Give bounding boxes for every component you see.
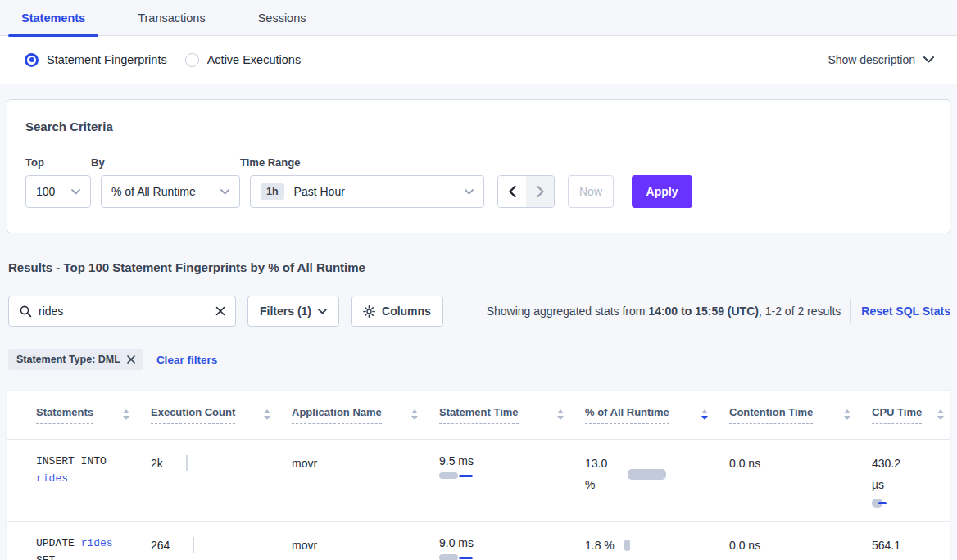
reset-sql-stats-link[interactable]: Reset SQL Stats bbox=[861, 305, 950, 318]
sort-icon bbox=[256, 409, 270, 420]
execution-count-bar bbox=[193, 537, 194, 553]
chevron-down-icon bbox=[220, 189, 229, 195]
clear-filters-link[interactable]: Clear filters bbox=[156, 354, 217, 366]
column-header-pct-of-all-runtime[interactable]: % of All Runtime bbox=[585, 406, 729, 424]
pct-runtime-bar bbox=[624, 540, 630, 551]
chevron-down-icon bbox=[923, 56, 934, 63]
time-range-label: Time Range bbox=[240, 156, 484, 169]
search-criteria-title: Search Criteria bbox=[25, 120, 932, 133]
statement-time-bar-mean bbox=[439, 554, 458, 560]
filters-button[interactable]: Filters (1) bbox=[247, 296, 339, 327]
radio-label: Active Executions bbox=[207, 53, 301, 66]
table-name-link[interactable]: rides bbox=[81, 537, 113, 549]
sort-icon bbox=[836, 409, 850, 420]
filter-chip-statement-type[interactable]: Statement Type: DML bbox=[8, 349, 143, 370]
table-row[interactable]: UPDATE rides SET… 264 movr 9.0 ms 1.8 % … bbox=[7, 522, 950, 560]
column-header-cpu-time[interactable]: CPU Time bbox=[872, 406, 950, 424]
execution-count-bar bbox=[186, 455, 188, 471]
top-tab-bar: Statements Transactions Sessions bbox=[0, 0, 957, 36]
results-summary: Showing aggregated stats from 14:00 to 1… bbox=[487, 305, 841, 318]
top-select[interactable]: 100 bbox=[25, 175, 91, 208]
top-label: Top bbox=[25, 156, 91, 169]
previous-time-window-button[interactable] bbox=[498, 176, 526, 207]
sort-desc-icon bbox=[693, 409, 708, 420]
by-field: By % of All Runtime bbox=[91, 156, 240, 208]
next-time-window-button[interactable] bbox=[526, 176, 554, 207]
pct-runtime-cell: 1.8 % bbox=[585, 535, 729, 556]
time-range-select[interactable]: 1h Past Hour bbox=[250, 175, 484, 208]
gear-icon bbox=[363, 305, 375, 318]
by-label: By bbox=[91, 156, 240, 169]
sort-icon bbox=[115, 409, 129, 420]
results-toolbar: Filters (1) Columns Showing aggregated s… bbox=[8, 296, 950, 327]
column-header-statement-time[interactable]: Statement Time bbox=[439, 406, 585, 424]
search-input[interactable] bbox=[39, 305, 209, 318]
results-heading: Results - Top 100 Statement Fingerprints… bbox=[8, 260, 957, 274]
remove-filter-icon[interactable] bbox=[127, 355, 135, 364]
time-range-badge: 1h bbox=[261, 183, 284, 200]
chevron-down-icon bbox=[71, 189, 80, 195]
statement-time-bar-mean bbox=[439, 472, 458, 479]
sort-icon bbox=[403, 409, 418, 420]
time-range-value: Past Hour bbox=[294, 185, 345, 198]
time-range-field: Time Range 1h Past Hour bbox=[240, 156, 484, 208]
cpu-time-bar-dev bbox=[878, 502, 887, 504]
pct-runtime-bar bbox=[628, 469, 666, 480]
search-criteria-card: Search Criteria Top 100 By % of All Runt… bbox=[7, 99, 950, 233]
filter-chip-label: Statement Type: DML bbox=[16, 354, 120, 365]
search-icon bbox=[19, 305, 32, 318]
chevron-down-icon bbox=[318, 309, 327, 314]
toolbar-divider bbox=[850, 299, 851, 323]
column-header-contention-time[interactable]: Contention Time bbox=[729, 406, 872, 424]
by-select[interactable]: % of All Runtime bbox=[101, 175, 240, 208]
radio-unselected-icon bbox=[185, 53, 199, 67]
statements-table: Statements Execution Count Application N… bbox=[7, 391, 950, 560]
radio-active-executions[interactable]: Active Executions bbox=[185, 53, 301, 67]
execution-count-cell: 2k bbox=[151, 453, 292, 471]
application-name-cell: movr bbox=[292, 453, 439, 470]
columns-button[interactable]: Columns bbox=[351, 296, 443, 327]
contention-time-cell: 0.0 ns bbox=[729, 535, 872, 552]
column-header-statements[interactable]: Statements bbox=[36, 406, 151, 424]
tab-transactions[interactable]: Transactions bbox=[125, 0, 218, 35]
summary-time-range: 14:00 to 15:59 (UTC) bbox=[648, 305, 759, 318]
sort-icon bbox=[929, 409, 944, 420]
column-header-execution-count[interactable]: Execution Count bbox=[151, 406, 292, 424]
statement-fingerprint-cell[interactable]: INSERT INTO rides bbox=[36, 453, 151, 487]
statement-fingerprint-cell[interactable]: UPDATE rides SET… bbox=[36, 535, 151, 560]
view-mode-row: Statement Fingerprints Active Executions… bbox=[0, 36, 957, 84]
show-description-toggle[interactable]: Show description bbox=[828, 53, 934, 66]
now-button[interactable]: Now bbox=[568, 175, 614, 208]
pct-runtime-cell: 13.0 % bbox=[585, 453, 729, 495]
active-filters-row: Statement Type: DML Clear filters bbox=[8, 349, 957, 370]
statement-time-cell: 9.0 ms bbox=[439, 535, 585, 560]
time-window-arrows bbox=[497, 175, 555, 208]
column-header-application-name[interactable]: Application Name bbox=[292, 406, 439, 424]
tab-sessions[interactable]: Sessions bbox=[245, 0, 320, 35]
top-select-value: 100 bbox=[36, 185, 55, 198]
tab-statements[interactable]: Statements bbox=[8, 0, 98, 35]
application-name-cell: movr bbox=[292, 535, 439, 552]
chevron-down-icon bbox=[465, 189, 474, 195]
radio-statement-fingerprints[interactable]: Statement Fingerprints bbox=[25, 53, 167, 67]
statement-search-box bbox=[8, 296, 236, 327]
sort-icon bbox=[549, 409, 564, 420]
top-field: Top 100 bbox=[25, 156, 91, 208]
by-select-value: % of All Runtime bbox=[111, 185, 196, 198]
radio-label: Statement Fingerprints bbox=[47, 53, 167, 66]
table-name-link[interactable]: rides bbox=[36, 472, 68, 485]
filters-label: Filters (1) bbox=[260, 305, 311, 318]
apply-button[interactable]: Apply bbox=[632, 175, 692, 208]
execution-count-cell: 264 bbox=[151, 535, 292, 553]
statement-time-cell: 9.5 ms bbox=[439, 453, 585, 479]
show-description-label: Show description bbox=[828, 53, 915, 66]
columns-label: Columns bbox=[382, 305, 431, 318]
table-header-row: Statements Execution Count Application N… bbox=[7, 391, 950, 440]
clear-search-icon[interactable] bbox=[215, 306, 225, 316]
contention-time-cell: 0.0 ns bbox=[729, 453, 872, 470]
statement-time-bar-dev bbox=[459, 557, 473, 559]
chevron-left-icon bbox=[509, 186, 516, 197]
radio-selected-icon bbox=[25, 53, 39, 67]
table-row[interactable]: INSERT INTO rides 2k movr 9.5 ms 13.0 % … bbox=[7, 440, 950, 522]
chevron-right-icon bbox=[537, 186, 544, 197]
